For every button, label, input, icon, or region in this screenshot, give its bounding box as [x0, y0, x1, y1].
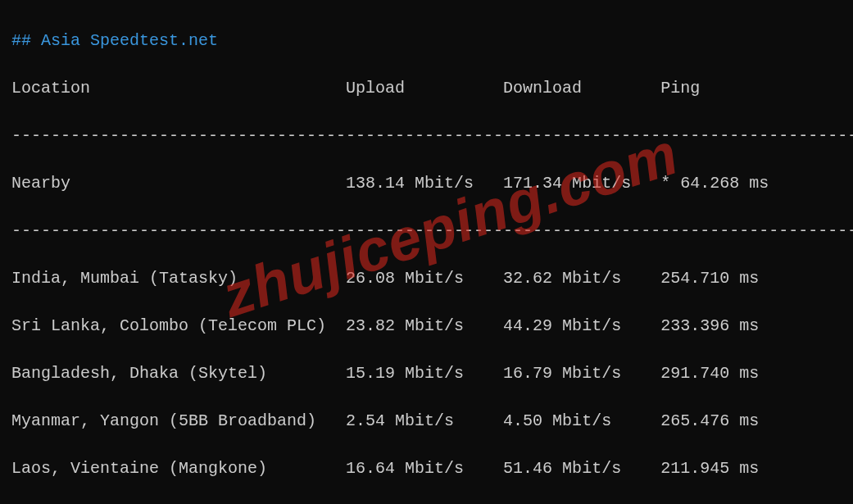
cell-ping: 265.476 ms	[660, 411, 798, 430]
table-body: India, Mumbai (Tatasky) 26.08 Mbit/s 32.…	[11, 266, 842, 504]
cell-download: 16.79 Mbit/s	[503, 364, 660, 383]
cell-location: Laos, Vientaine (Mangkone)	[11, 459, 346, 478]
cell-download: 44.29 Mbit/s	[503, 316, 660, 335]
separator: ----------------------------------------…	[11, 124, 842, 148]
cell-download: 32.62 Mbit/s	[503, 269, 660, 288]
cell-ping: * 64.268 ms	[660, 174, 798, 193]
table-row: Laos, Vientaine (Mangkone) 16.64 Mbit/s …	[11, 456, 842, 480]
col-download: Download	[503, 79, 660, 98]
nearby-row: Nearby 138.14 Mbit/s 171.34 Mbit/s * 64.…	[11, 171, 842, 195]
cell-upload: 15.19 Mbit/s	[346, 364, 503, 383]
cell-location: Nearby	[11, 174, 346, 193]
cell-ping: 254.710 ms	[660, 269, 798, 288]
cell-location: India, Mumbai (Tatasky)	[11, 269, 346, 288]
col-upload: Upload	[346, 79, 503, 98]
cell-upload: 16.64 Mbit/s	[346, 459, 503, 478]
table-row: India, Mumbai (Tatasky) 26.08 Mbit/s 32.…	[11, 266, 842, 290]
title-hash: ##	[11, 31, 41, 50]
cell-ping: 291.740 ms	[660, 364, 798, 383]
col-ping: Ping	[660, 79, 798, 98]
cell-upload: 26.08 Mbit/s	[346, 269, 503, 288]
cell-location: Sri Lanka, Colombo (Telecom PLC)	[11, 316, 346, 335]
table-row: Bangladesh, Dhaka (Skytel) 15.19 Mbit/s …	[11, 361, 842, 385]
separator: ----------------------------------------…	[11, 219, 842, 243]
cell-location: Myanmar, Yangon (5BB Broadband)	[11, 411, 346, 430]
col-location: Location	[11, 79, 346, 98]
cell-upload: 23.82 Mbit/s	[346, 316, 503, 335]
cell-ping: 211.945 ms	[660, 459, 798, 478]
cell-download: 51.46 Mbit/s	[503, 459, 660, 478]
table-header: Location Upload Download Ping	[11, 76, 842, 100]
page-title: Asia Speedtest.net	[41, 31, 218, 50]
cell-upload: 138.14 Mbit/s	[346, 174, 503, 193]
cell-download: 171.34 Mbit/s	[503, 174, 660, 193]
cell-location: Bangladesh, Dhaka (Skytel)	[11, 364, 346, 383]
table-row: Sri Lanka, Colombo (Telecom PLC) 23.82 M…	[11, 314, 842, 338]
cell-download: 4.50 Mbit/s	[503, 411, 660, 430]
table-row: Myanmar, Yangon (5BB Broadband) 2.54 Mbi…	[11, 409, 842, 433]
terminal-output: ## Asia Speedtest.net Location Upload Do…	[0, 0, 853, 504]
cell-ping: 233.396 ms	[660, 316, 798, 335]
cell-upload: 2.54 Mbit/s	[346, 411, 503, 430]
